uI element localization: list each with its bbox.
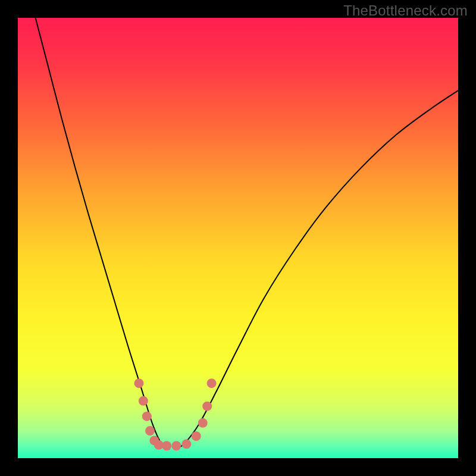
marker-dot — [207, 378, 217, 388]
marker-dot — [181, 439, 191, 449]
marker-dot — [145, 426, 155, 436]
watermark-label: TheBottleneck.com — [343, 2, 468, 19]
gradient-background — [18, 18, 458, 458]
plot-svg — [18, 18, 458, 458]
marker-dot — [142, 412, 152, 421]
marker-dot — [198, 418, 208, 428]
marker-dot — [171, 441, 181, 450]
marker-dot — [192, 431, 201, 441]
plot-area — [18, 18, 458, 458]
marker-dot — [139, 396, 148, 406]
marker-dot — [134, 378, 144, 388]
marker-dot — [202, 402, 212, 411]
marker-dot — [162, 441, 171, 450]
chart-frame: TheBottleneck.com — [0, 0, 476, 476]
